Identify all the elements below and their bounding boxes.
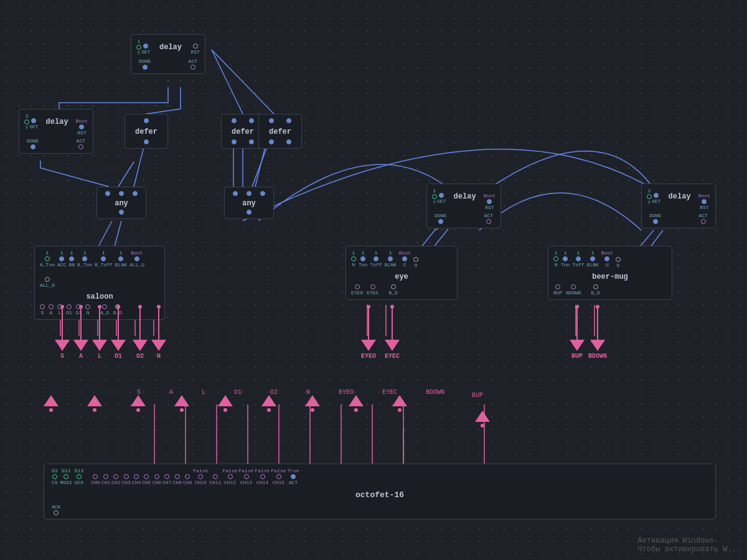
delay-top-node: 1 T SET delay RST DONE ACT [131, 34, 205, 74]
port-act-out[interactable] [78, 144, 83, 149]
port-act-out[interactable] [190, 65, 195, 70]
defer1-in[interactable] [144, 118, 149, 123]
defer3-node: defer [258, 114, 302, 149]
port-done-out[interactable] [31, 144, 35, 149]
signal-bdown: BDOWN [588, 305, 607, 360]
beer-mug-node: 1 N 1 Ton 1 Toff 1 BLNK Boot U D [548, 246, 672, 300]
defer1-node: defer [125, 114, 168, 149]
defer3-out1[interactable] [269, 139, 274, 144]
defer2-out1[interactable] [232, 139, 237, 144]
defer2-in2[interactable] [249, 118, 254, 123]
octofet-node: D3 CS D11 MOSI D13 SCK CH0 CH1 CH2 [44, 464, 716, 520]
port-rst-in[interactable] [79, 124, 84, 129]
delay-left-node: 3 T SET delay Boot RST DONE ACT [19, 109, 93, 154]
port-t-in[interactable] [24, 119, 29, 124]
activation-text: Активация Windows Чтобы активировать W..… [637, 536, 741, 554]
port-t-in[interactable] [136, 45, 141, 50]
delay-mid-node: 1 T SET delay Boot RST DONE ACT [426, 184, 501, 228]
port-rst-in[interactable] [193, 44, 198, 49]
defer3-in1[interactable] [269, 118, 274, 123]
eye-node: 1 N 1 Ton 1 Toff 1 BLNK Boot C O [345, 246, 458, 300]
defer2-out2[interactable] [249, 139, 254, 144]
signal-o1: O1 [111, 305, 126, 360]
signal-n: N [151, 305, 166, 360]
defer1-out[interactable] [144, 139, 149, 144]
delay-right-node: 1 T SET delay Boot RST DONE ACT [641, 184, 716, 228]
port-set-in[interactable] [31, 118, 36, 123]
defer3-in2[interactable] [286, 118, 291, 123]
defer2-in1[interactable] [232, 118, 237, 123]
bup-triangle-up [475, 411, 490, 427]
defer3-out2[interactable] [286, 139, 291, 144]
signal-eye0: EYEO [361, 305, 376, 360]
signal-bup: BUP [570, 305, 585, 360]
port-done-out[interactable] [143, 65, 148, 70]
any2-node: any [224, 187, 274, 219]
port-set-in[interactable] [143, 44, 148, 49]
signal-o2: O2 [133, 305, 148, 360]
signal-s: S [55, 305, 70, 360]
up-triangles-row [44, 395, 407, 412]
signal-eyec: EYEC [385, 305, 400, 360]
bup-upper-label: BUP [472, 389, 483, 400]
signal-l: L [92, 305, 107, 360]
signal-a: A [73, 305, 88, 360]
any1-node: any [96, 187, 146, 219]
